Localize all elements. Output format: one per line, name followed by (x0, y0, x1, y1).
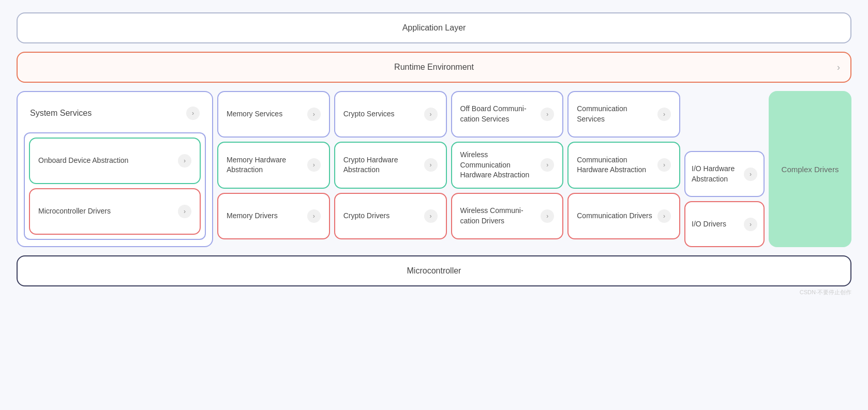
comm-drivers-chevron-icon: › (657, 209, 671, 223)
comm-hw-chevron-icon: › (657, 158, 671, 172)
microcontroller-layer: Microcontroller (17, 255, 851, 286)
runtime-chevron-icon: › (837, 62, 840, 73)
application-layer: Application Layer (17, 12, 851, 43)
comm-services-label: Communi­cation Services (577, 104, 653, 124)
memory-services-card[interactable]: Memory Services › (217, 91, 330, 138)
wireless-hw-label: Wireless Communication Hardware Abstract… (460, 150, 537, 180)
memory-services-label: Memory Services (227, 109, 303, 119)
runtime-env-label: Runtime Environment (394, 63, 474, 72)
memory-drivers-chevron-icon: › (307, 209, 321, 223)
offboard-comm-label: Off Board Communi­cation Services (460, 104, 537, 124)
system-services-chevron-icon: › (186, 107, 200, 120)
application-layer-label: Application Layer (402, 23, 466, 33)
microcontroller-drivers-chevron-icon: › (178, 205, 191, 218)
microcontroller-drivers-card[interactable]: Micro­controller Drivers › (29, 188, 201, 235)
io-hw-abstraction-chevron-icon: › (744, 168, 757, 181)
wireless-comm-drivers-chevron-icon: › (541, 209, 554, 223)
microcontroller-drivers-label: Micro­controller Drivers (38, 206, 174, 217)
comm-services-card[interactable]: Communi­cation Services › (567, 91, 680, 138)
memory-hw-abstraction-card[interactable]: Memory Hardware Abstraction › (217, 142, 330, 189)
io-drivers-label: I/O Drivers (692, 219, 740, 230)
services-row: Memory Services › Crypto Services › Off … (217, 91, 680, 138)
io-section: I/O Hardware Abstraction › I/O Drivers › (684, 91, 765, 247)
crypto-hw-label: Crypto Hardware Abstraction (343, 155, 420, 175)
complex-drivers-box: Complex Drivers (769, 91, 851, 247)
comm-hw-abstraction-card[interactable]: Communi­cation Hardware Abstraction › (567, 142, 680, 189)
system-services-section: System Services › Onboard Device Abstrac… (17, 91, 213, 247)
crypto-services-card[interactable]: Crypto Services › (334, 91, 447, 138)
wireless-hw-chevron-icon: › (541, 158, 554, 172)
hw-abstraction-row: Memory Hardware Abstraction › Crypto Har… (217, 142, 680, 189)
onboard-device-abstraction-card[interactable]: Onboard Device Abstraction › (29, 138, 201, 184)
complex-drivers-label: Complex Drivers (782, 165, 839, 174)
wireless-comm-drivers-label: Wireless Communi­cation Drivers (460, 206, 537, 226)
crypto-hw-abstraction-card[interactable]: Crypto Hardware Abstraction › (334, 142, 447, 189)
io-drivers-card[interactable]: I/O Drivers › (684, 201, 765, 247)
io-hw-abstraction-card[interactable]: I/O Hardware Abstraction › (684, 151, 765, 197)
wireless-hw-abstraction-card[interactable]: Wireless Communication Hardware Abstract… (451, 142, 564, 189)
comm-hw-label: Communi­cation Hardware Abstraction (577, 155, 653, 175)
crypto-drivers-card[interactable]: Crypto Drivers › (334, 193, 447, 239)
io-hw-abstraction-label: I/O Hardware Abstraction (692, 164, 740, 184)
memory-drivers-label: Memory Drivers (227, 211, 303, 221)
comm-drivers-card[interactable]: Communi­cation Drivers › (567, 193, 680, 239)
system-services-label: System Services (30, 109, 92, 118)
onboard-device-label: Onboard Device Abstraction (38, 156, 174, 166)
crypto-drivers-label: Crypto Drivers (343, 211, 420, 221)
memory-hw-chevron-icon: › (307, 158, 321, 172)
system-services-card[interactable]: System Services › (24, 98, 206, 128)
onboard-device-chevron-icon: › (178, 154, 191, 168)
offboard-comm-services-card[interactable]: Off Board Communi­cation Services › (451, 91, 564, 138)
offboard-comm-chevron-icon: › (541, 108, 554, 121)
comm-drivers-label: Communi­cation Drivers (577, 211, 653, 221)
memory-services-chevron-icon: › (307, 108, 321, 121)
wireless-comm-drivers-card[interactable]: Wireless Communi­cation Drivers › (451, 193, 564, 239)
drivers-row: Memory Drivers › Crypto Drivers › Wirele… (217, 193, 680, 239)
io-spacer (684, 91, 765, 147)
memory-drivers-card[interactable]: Memory Drivers › (217, 193, 330, 239)
main-grid: System Services › Onboard Device Abstrac… (17, 91, 851, 247)
watermark: CSDN·不要停止创作 (17, 288, 851, 296)
memory-hw-label: Memory Hardware Abstraction (227, 155, 303, 175)
middle-section: Memory Services › Crypto Services › Off … (217, 91, 680, 247)
comm-services-chevron-icon: › (657, 108, 671, 121)
runtime-environment[interactable]: Runtime Environment › (17, 52, 851, 83)
crypto-services-label: Crypto Services (343, 109, 420, 119)
microcontroller-label: Microcontroller (407, 266, 461, 276)
io-drivers-chevron-icon: › (744, 218, 757, 231)
crypto-drivers-chevron-icon: › (424, 209, 438, 223)
crypto-hw-chevron-icon: › (424, 158, 438, 172)
crypto-services-chevron-icon: › (424, 108, 438, 121)
inner-ecu-abstraction-grid: Onboard Device Abstraction › Micro­contr… (24, 132, 206, 240)
